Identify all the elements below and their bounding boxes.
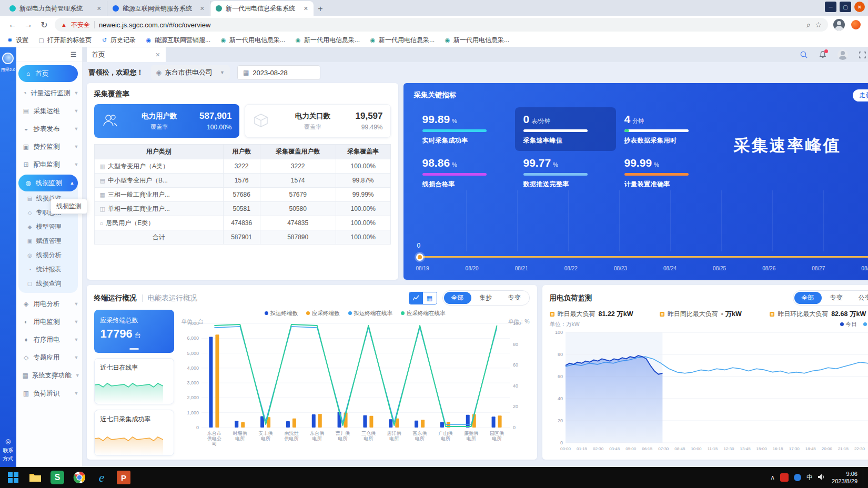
sidebar-item[interactable]: ⊞配电监测▼ — [16, 156, 82, 174]
tray-help-icon[interactable] — [794, 474, 801, 481]
bookmark-star-icon[interactable]: ☆ — [815, 21, 822, 29]
chart-view-button[interactable] — [409, 292, 423, 304]
load-stats: 昨日最大负荷81.22 万kW昨日同比最大负荷- 万kW昨日环比最大负荷82.6… — [550, 310, 868, 319]
sidebar-collapse-icon[interactable]: ☰ — [70, 50, 77, 58]
sidebar-item[interactable]: ◐用电监测▼ — [16, 313, 82, 331]
success-rate-card[interactable]: 近七日采集成功率 — [94, 410, 174, 456]
sidebar-item[interactable]: ◇专题应用▼ — [16, 349, 82, 367]
bookmark-item[interactable]: ↺历史记录 — [101, 36, 136, 45]
bookmark-item[interactable]: ◉新一代用电信息采... — [369, 36, 435, 45]
bookmark-item[interactable]: ◉新一代用电信息采... — [220, 36, 285, 45]
ime-indicator[interactable]: 中 — [806, 473, 813, 482]
tab-close-icon[interactable]: ✕ — [302, 5, 309, 12]
sidebar-item[interactable]: ▣费控监测▼ — [16, 138, 82, 156]
legend-item[interactable]: 昨日 — [863, 321, 868, 328]
window-maximize-button[interactable]: ▢ — [840, 2, 851, 12]
file-explorer-icon[interactable] — [24, 467, 46, 488]
filter-pill[interactable]: 专变 — [501, 292, 528, 304]
table-view-button[interactable]: ▦ — [423, 292, 437, 304]
tab-close-icon[interactable]: ✕ — [96, 5, 103, 12]
reload-icon[interactable]: ↻ — [39, 20, 49, 30]
tray-expand-icon[interactable]: ∧ — [770, 474, 775, 481]
coverage-card[interactable]: 电力用户数覆盖率587,901100.00% — [94, 104, 239, 138]
terminal-tab[interactable]: 电能表运行概况 — [148, 293, 198, 303]
menu-icon: ◈ — [23, 300, 30, 308]
browser-tab[interactable]: 新一代用电信息采集系统✕ — [210, 1, 314, 16]
page-tab-home[interactable]: 首页 ✕ — [87, 47, 166, 62]
search-icon[interactable] — [800, 50, 808, 59]
sidebar-subitem[interactable]: ◔统计报表 — [18, 262, 78, 277]
legend-item[interactable]: 投运终端在线率 — [348, 310, 393, 317]
kpi-bar — [523, 173, 588, 176]
sidebar-item[interactable]: ◒抄表发布▼ — [16, 120, 82, 138]
sidebar-item[interactable]: ⌂首页 — [18, 65, 78, 82]
powerpoint-icon[interactable]: P — [113, 467, 135, 488]
sidebar-item[interactable]: ▦系统支撑功能▼ — [16, 367, 82, 384]
sidebar-subitem[interactable]: ▢线损查询 — [18, 277, 78, 291]
terminal-chart-area: 投运终端数应采终端数投运终端在线率应采终端在线率 单位：台 单位：% 01,00… — [180, 310, 530, 458]
new-tab-button[interactable]: + — [314, 2, 327, 16]
kpi-label: 采集速率峰值 — [523, 136, 608, 145]
bookmark-item[interactable]: ◉新一代用电信息采... — [444, 36, 509, 45]
tray-app-icon[interactable] — [780, 473, 789, 482]
page-tab-strip: 首页 ✕ ? — [83, 47, 868, 62]
bookmark-item[interactable]: ◉新一代用电信息采... — [295, 36, 360, 45]
back-icon[interactable]: ← — [7, 20, 18, 29]
page-tab-close-icon[interactable]: ✕ — [155, 52, 160, 58]
terminal-total-card[interactable]: 应采终端总数 17796台 — [94, 310, 174, 353]
sidebar-item[interactable]: ◔计量运行监测▼ — [16, 84, 82, 102]
legend-item[interactable]: 应采终端数 — [306, 310, 340, 317]
org-selector[interactable]: ◉ 东台市供电公司 ▼ — [151, 65, 230, 80]
bookmark-item[interactable]: ◉能源互联网营销服... — [145, 36, 210, 45]
sidebar-subitem[interactable]: ◆模型管理 — [18, 220, 78, 234]
filter-pill[interactable]: 专变 — [823, 292, 850, 304]
forward-icon[interactable]: → — [23, 20, 34, 29]
browser-profile-badge-icon[interactable] — [851, 20, 861, 29]
filter-pill[interactable]: 公变 — [851, 292, 868, 304]
contact-button[interactable]: ◎ 联系 方式 — [3, 438, 13, 462]
trend-badge-button[interactable]: 走势 — [853, 89, 868, 101]
volume-icon[interactable] — [818, 474, 825, 482]
fullscreen-icon[interactable] — [859, 50, 867, 59]
coverage-card[interactable]: 电力关口数覆盖率19,59799.49% — [245, 104, 391, 138]
ie-icon[interactable]: e — [90, 467, 113, 488]
browser-tab[interactable]: 新型电力负荷管理系统✕ — [4, 1, 107, 16]
url-field[interactable]: ▲ 不安全 neweic.js.sgcc.com.cn/#/oc/overvie… — [55, 18, 828, 32]
chrome-icon[interactable] — [68, 467, 90, 488]
filter-pill[interactable]: 全部 — [794, 292, 822, 304]
s-app-icon[interactable]: S — [46, 467, 68, 488]
sidebar-subitem[interactable]: ◎线损分析 — [18, 248, 78, 262]
user-avatar[interactable] — [837, 49, 848, 60]
zoom-icon[interactable]: ⌕ — [807, 21, 811, 29]
window-close-button[interactable]: ✕ — [854, 2, 865, 12]
table-total-row: 合计587901587890100.00% — [94, 230, 390, 245]
sidebar-item[interactable]: ◈用电分析▼ — [16, 295, 82, 313]
filter-pill[interactable]: 全部 — [444, 292, 471, 304]
menu-icon: ▣ — [23, 143, 30, 150]
tab-close-icon[interactable]: ✕ — [199, 5, 206, 12]
online-rate-card[interactable]: 近七日在线率 — [94, 358, 174, 404]
legend-item[interactable]: 应采终端在线率 — [401, 310, 446, 317]
browser-tab[interactable]: 能源互联网营销服务系统✕ — [107, 1, 210, 16]
date-picker[interactable]: ▦ 2023-08-28 — [237, 65, 320, 80]
notification-bell-icon[interactable] — [819, 50, 827, 59]
terminal-tab[interactable]: 终端运行概况 — [94, 293, 137, 303]
show-desktop-button[interactable] — [863, 467, 866, 488]
start-button[interactable] — [2, 467, 24, 488]
sidebar-item[interactable]: ♦有序用电▼ — [16, 331, 82, 349]
window-minimize-button[interactable]: ─ — [825, 2, 836, 12]
bookmark-item[interactable]: ▢打开新的标签页 — [38, 36, 92, 45]
svg-text:15:00: 15:00 — [756, 446, 767, 451]
sidebar-item[interactable]: ◍线损监测▲ — [18, 175, 78, 191]
legend-item[interactable]: 投运终端数 — [265, 310, 298, 317]
filter-pill[interactable]: 集抄 — [472, 292, 500, 304]
kpi-label: 抄表数据采集用时 — [624, 136, 709, 145]
sidebar-subitem[interactable]: ▣赋值管理 — [18, 234, 78, 248]
browser-avatar[interactable] — [833, 19, 845, 30]
bookmark-item[interactable]: ✱设置 — [6, 36, 28, 45]
clock[interactable]: 9:06 2023/8/29 — [832, 470, 857, 485]
sidebar-item[interactable]: ▥负荷辨识▼ — [16, 384, 82, 402]
sidebar-item[interactable]: ▤采集运维▼ — [16, 102, 82, 120]
timeline-data-point[interactable] — [416, 253, 423, 261]
legend-item[interactable]: 今日 — [840, 321, 857, 328]
